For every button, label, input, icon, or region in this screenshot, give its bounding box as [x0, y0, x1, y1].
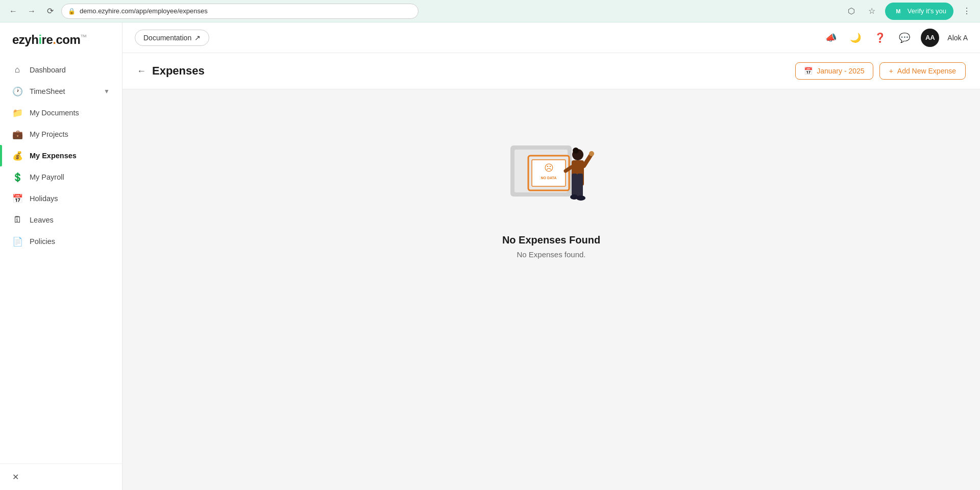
sidebar-item-holidays[interactable]: 📅 Holidays — [0, 188, 122, 209]
user-name-label: Alok A — [947, 34, 968, 42]
month-label: January - 2025 — [817, 67, 864, 75]
sidebar-item-label: Policies — [30, 237, 55, 246]
main-content: Documentation ↗ 📣 🌙 ❓ 💬 AA Alok A ← Expe… — [122, 22, 980, 490]
empty-illustration: ☹ NO DATA — [500, 120, 602, 222]
bookmark-button[interactable]: ☆ — [865, 4, 879, 18]
chevron-down-icon: ▼ — [104, 88, 110, 95]
verify-avatar: M — [892, 5, 904, 17]
sidebar-item-label: My Documents — [30, 109, 79, 117]
expenses-icon: 💰 — [12, 151, 22, 161]
browser-right-icons: ⬡ ☆ M Verify it's you ⋮ — [844, 3, 974, 20]
close-button[interactable]: ✕ — [12, 472, 19, 482]
sidebar-navigation: ⌂ Dashboard 🕐 TimeSheet ▼ 📁 My Documents… — [0, 55, 122, 463]
sidebar-item-label: Holidays — [30, 194, 58, 203]
browser-chrome: ← → ⟳ 🔒 demo.ezyhire.com/app/employee/ex… — [0, 0, 980, 22]
security-icon: 🔒 — [68, 8, 76, 15]
month-picker-button[interactable]: 📅 January - 2025 — [795, 62, 873, 80]
megaphone-icon-button[interactable]: 📣 — [823, 30, 839, 46]
sidebar-item-label: My Payroll — [30, 173, 64, 181]
page-header-actions: 📅 January - 2025 + Add New Expense — [795, 62, 966, 80]
sidebar-item-my-projects[interactable]: 💼 My Projects — [0, 124, 122, 145]
page-content: ← Expenses 📅 January - 2025 + Add New Ex… — [122, 53, 980, 490]
sidebar-item-my-expenses[interactable]: 💰 My Expenses — [0, 145, 122, 166]
empty-state-subtitle: No Expenses found. — [517, 250, 585, 259]
verify-button[interactable]: M Verify it's you — [885, 3, 953, 20]
sidebar-item-timesheet[interactable]: 🕐 TimeSheet ▼ — [0, 81, 122, 102]
page-header: ← Expenses 📅 January - 2025 + Add New Ex… — [122, 53, 980, 89]
leaves-icon: 🗓 — [12, 215, 22, 225]
sidebar: ezyhire.com™ ⌂ Dashboard 🕐 TimeSheet ▼ 📁… — [0, 22, 122, 490]
url-text: demo.ezyhire.com/app/employee/expenses — [80, 7, 208, 15]
sidebar-item-label: My Expenses — [30, 152, 77, 160]
dashboard-icon: ⌂ — [12, 65, 22, 75]
sidebar-item-my-documents[interactable]: 📁 My Documents — [0, 102, 122, 124]
screen-cast-button[interactable]: ⬡ — [844, 4, 859, 18]
sidebar-logo: ezyhire.com™ — [0, 22, 122, 55]
sidebar-item-leaves[interactable]: 🗓 Leaves — [0, 209, 122, 231]
back-nav-button[interactable]: ← — [6, 4, 20, 18]
add-expense-button[interactable]: + Add New Expense — [879, 62, 966, 80]
external-link-icon: ↗ — [194, 34, 201, 42]
verify-label: Verify it's you — [908, 7, 946, 15]
svg-rect-10 — [577, 174, 583, 197]
plus-icon: + — [889, 67, 893, 75]
top-bar: Documentation ↗ 📣 🌙 ❓ 💬 AA Alok A — [122, 22, 980, 53]
svg-line-11 — [584, 155, 591, 166]
sidebar-item-label: Dashboard — [30, 66, 66, 74]
doc-label: Documentation — [143, 34, 191, 42]
calendar-icon: 📅 — [804, 67, 813, 75]
page-title: Expenses — [152, 64, 205, 78]
forward-nav-button[interactable]: → — [24, 4, 39, 18]
help-icon-button[interactable]: ❓ — [872, 30, 888, 46]
back-button[interactable]: ← — [137, 66, 146, 77]
sidebar-item-dashboard[interactable]: ⌂ Dashboard — [0, 59, 122, 81]
dark-mode-icon-button[interactable]: 🌙 — [847, 30, 864, 46]
empty-state-title: No Expenses Found — [502, 234, 600, 246]
sidebar-item-policies[interactable]: 📄 Policies — [0, 231, 122, 252]
payroll-icon: 💲 — [12, 172, 22, 182]
documents-icon: 📁 — [12, 108, 22, 118]
sidebar-bottom: ✕ — [0, 463, 122, 490]
projects-icon: 💼 — [12, 129, 22, 139]
svg-point-12 — [589, 151, 594, 156]
app-layout: ezyhire.com™ ⌂ Dashboard 🕐 TimeSheet ▼ 📁… — [0, 22, 980, 490]
chat-icon-button[interactable]: 💬 — [896, 30, 913, 46]
documentation-button[interactable]: Documentation ↗ — [135, 30, 209, 46]
user-avatar[interactable]: AA — [921, 29, 939, 47]
holidays-icon: 📅 — [12, 193, 22, 204]
svg-rect-9 — [572, 174, 577, 197]
svg-text:NO DATA: NO DATA — [541, 176, 557, 180]
sidebar-item-label: My Projects — [30, 130, 68, 138]
sidebar-item-label: TimeSheet — [30, 87, 65, 95]
empty-state: ☹ NO DATA — [122, 89, 980, 289]
top-bar-right: 📣 🌙 ❓ 💬 AA Alok A — [823, 29, 968, 47]
svg-point-15 — [576, 195, 585, 201]
sidebar-item-my-payroll[interactable]: 💲 My Payroll — [0, 166, 122, 188]
browser-menu-button[interactable]: ⋮ — [960, 4, 974, 18]
page-title-area: ← Expenses — [137, 64, 205, 78]
policies-icon: 📄 — [12, 236, 22, 247]
sidebar-item-label: Leaves — [30, 216, 54, 224]
svg-point-7 — [573, 148, 579, 154]
address-bar[interactable]: 🔒 demo.ezyhire.com/app/employee/expenses — [61, 4, 419, 19]
reload-button[interactable]: ⟳ — [43, 4, 57, 18]
svg-text:☹: ☹ — [544, 163, 554, 173]
add-expense-label: Add New Expense — [897, 67, 956, 75]
timesheet-icon: 🕐 — [12, 86, 22, 96]
